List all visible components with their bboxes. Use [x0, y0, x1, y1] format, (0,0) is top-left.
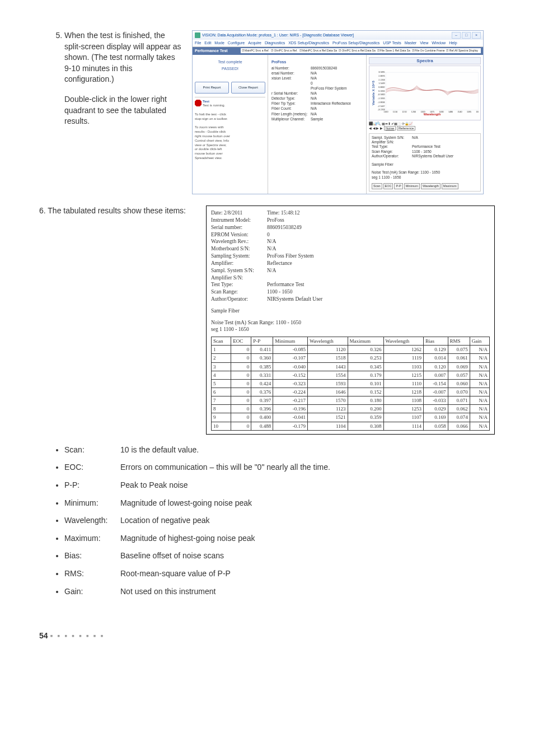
result-header-row: Amplifier S/N: — [211, 274, 490, 282]
svg-text:1210: 1210 — [402, 111, 407, 113]
result-header-row: Amplifier:Reflectance — [211, 260, 490, 267]
table-header: RMS — [448, 337, 470, 346]
result-header-row: Wavelength Rev.:N/A — [211, 238, 490, 245]
table-header: Wavelength — [383, 337, 424, 346]
svg-rect-0 — [195, 32, 200, 38]
results-table: ScanEOCP-PMinimumWavelengthMaximumWavele… — [211, 337, 490, 431]
table-header: Wavelength — [308, 337, 348, 346]
svg-text:-1.1816: -1.1816 — [378, 97, 385, 100]
col-header: Maximum — [442, 183, 458, 189]
table-header: Minimum — [273, 337, 308, 346]
step-5: When the test is finished, the split-scr… — [64, 30, 495, 194]
toolbar-mini-options[interactable]: ☑ MainPC Srvc a Ref.☑ OlmPC Srvc a Ref.☑… — [241, 48, 481, 53]
col-header: EOC — [383, 183, 394, 189]
print-report-button[interactable]: Print Report — [195, 82, 229, 93]
spectra-title: Spectra — [369, 57, 481, 64]
table-row: 100.411-0.08511200.32612620.1290.075N/A — [212, 346, 490, 354]
svg-text:1486: 1486 — [448, 111, 453, 113]
menu-item[interactable]: File — [195, 41, 201, 45]
definition-item: RMS:Root-mean-square value of P-P — [64, 568, 495, 580]
menu-item[interactable]: Configure — [228, 41, 245, 45]
svg-text:1595: 1595 — [467, 111, 471, 113]
noise-test-line2: seg 1 1100 - 1650 — [372, 175, 478, 180]
menu-item[interactable]: Master — [405, 41, 416, 45]
info-row: Scan Range:1100 - 1650 — [372, 150, 478, 154]
svg-text:-0.5800: -0.5800 — [378, 94, 385, 96]
info-row: Amplifier S/N: — [372, 140, 478, 144]
menu-item[interactable]: Help — [449, 41, 457, 45]
app-icon — [195, 32, 200, 38]
info-row: Fiber Tip Type:Interactance Reflectance — [271, 101, 363, 106]
svg-text:1540: 1540 — [458, 111, 462, 113]
info-row: Test Type:Performance Test — [372, 144, 478, 149]
x-axis-label: Wavelength — [424, 113, 441, 116]
close-report-button[interactable]: Close Report — [231, 82, 265, 93]
minimize-icon[interactable]: – — [452, 32, 461, 39]
info-row: Fiber Length (meters):N/A — [271, 111, 363, 116]
menu-item[interactable]: ProFoss Setup/Diagnostics — [332, 41, 380, 45]
menu-item[interactable]: Mode — [214, 41, 224, 45]
svg-text:2.8876: 2.8876 — [379, 75, 385, 77]
menu-item[interactable]: Edit — [204, 41, 211, 45]
noise-line2: seg 1 1100 - 1650 — [211, 326, 490, 333]
chart-tabs[interactable]: ◀ ◀ ▶ ▶ Noise Reference — [369, 126, 481, 130]
help-line: or double click-left — [195, 147, 222, 151]
performance-label: Performance Test — [195, 48, 228, 54]
menu-item[interactable]: Diagnostics — [265, 41, 285, 45]
info-row: ersal Number:N/A — [271, 71, 363, 76]
definition-item: Gain:Not used on this instrument — [64, 586, 495, 598]
table-row: 1000.488-0.17911040.30811140.0580.066N/A — [212, 422, 490, 430]
col-header: Minimum — [404, 183, 420, 189]
test-heading: Test — [203, 100, 209, 103]
passed-label: PASSED! — [195, 66, 265, 72]
table-row: 800.396-0.19611230.20012530.0290.062N/A — [212, 405, 490, 413]
results-box: Date: 2/8/2011Time: 15:48:12Instrument M… — [206, 206, 495, 435]
title-bar: VISION: Data Acquisition Mode: profoss_1… — [193, 31, 483, 40]
spectra-chart: Variable X 10^5 — [369, 66, 481, 120]
help-line: To zoom views with — [195, 125, 224, 129]
col-header: P-P — [394, 183, 402, 189]
chart-svg: 3.58952.88762.22631.54490.88320.1816-0.5… — [376, 68, 479, 118]
profoss-header: ProFoss — [271, 59, 363, 64]
svg-text:2.2263: 2.2263 — [379, 78, 385, 81]
close-icon[interactable]: × — [472, 32, 481, 39]
menu-item[interactable]: Acquire — [248, 41, 261, 45]
window-title: VISION: Data Acquisition Mode: profoss_1… — [202, 32, 354, 38]
definition-item: Wavelength:Location of negative peak — [64, 515, 495, 526]
step-6-text: 6. The tabulated results show these item… — [39, 206, 196, 217]
menu-item[interactable]: USP Tests — [383, 41, 401, 45]
table-header: EOC — [231, 337, 251, 346]
menu-item[interactable]: XDS Setup/Diagnostics — [288, 41, 329, 45]
result-header-row: Scan Range:1100 - 1650 — [211, 288, 490, 296]
definition-item: Scan:10 is the default value. — [64, 445, 495, 456]
performance-toolbar: Performance Test ☑ MainPC Srvc a Ref.☑ O… — [193, 47, 483, 55]
menu-item[interactable]: Window — [432, 41, 446, 45]
info-row: Multiplexor Channel:Sample — [271, 116, 363, 122]
table-row: 500.424-0.32315930.1011110-0.1540.060N/A — [212, 379, 490, 388]
svg-text:0.8832: 0.8832 — [379, 86, 385, 88]
maximize-icon[interactable]: □ — [462, 32, 471, 39]
right-panel: Spectra Variable X 10^5 — [367, 55, 483, 194]
svg-text:1100: 1100 — [384, 111, 388, 113]
result-header-row: Instrument Model:ProFoss — [211, 217, 490, 224]
lower-right-quadrant[interactable]: Sampl. System S/N:N/AAmplifier S/N:Test … — [369, 133, 481, 192]
table-row: 400.331-0.15215540.17912150.0070.057N/A — [212, 371, 490, 379]
sample-fiber-label: Sample Fiber — [211, 307, 490, 315]
table-header: P-P — [251, 337, 273, 346]
table-row: 300.385-0.04014430.34511030.1200.069N/A — [212, 362, 490, 371]
definitions-list: Scan:10 is the default value.EOC:Errors … — [39, 445, 495, 597]
step5-paragraph-1: When the test is finished, the split-scr… — [64, 30, 182, 85]
menu-item[interactable]: View — [420, 41, 428, 45]
help-line: stop-sign on a toolbar. — [195, 117, 228, 120]
menu-bar[interactable]: FileEditModeConfigureAcquireDiagnosticsX… — [193, 40, 483, 47]
info-row: xision Level:N/A — [271, 76, 363, 81]
result-header-row: Sampl. System S/N:N/A — [211, 267, 490, 274]
result-header-row: Date: 2/8/2011Time: 15:48:12 — [211, 209, 490, 217]
help-line: results - Double click — [195, 130, 226, 133]
result-header-row: Sampling System:ProFoss Fiber System — [211, 253, 490, 260]
info-row: Sampl. System S/N:N/A — [372, 136, 478, 140]
chart-toolbar[interactable]: ⬛📊🔍 ▦⬌⬍ ✔▦⬚ ⟳🔒📈 — [369, 122, 481, 126]
definition-item: Minimum:Magnitude of lowest-going noise … — [64, 498, 495, 509]
table-header: Gain — [470, 337, 489, 346]
result-header-row: Author/Operator:NIRSystems Default User — [211, 296, 490, 303]
